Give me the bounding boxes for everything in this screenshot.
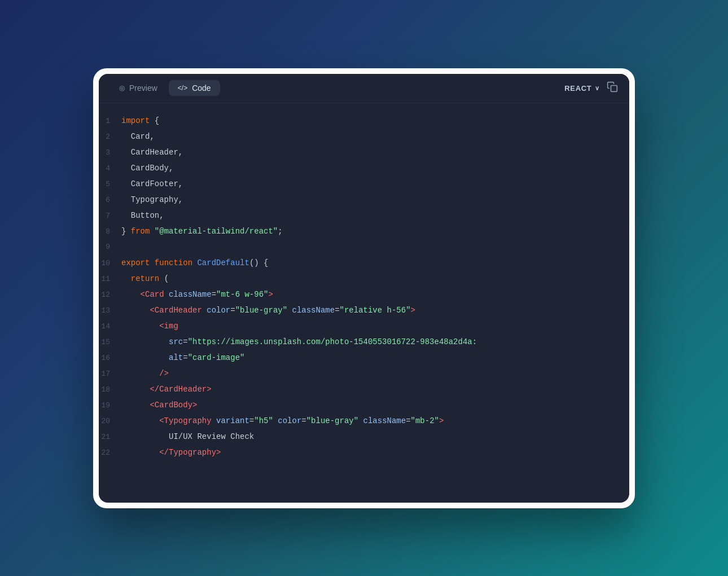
code-line: 6 Typography, — [99, 194, 629, 209]
line-content: CardHeader, — [121, 146, 618, 160]
code-line: 3 CardHeader, — [99, 146, 629, 162]
line-content: <Typography variant="h5" color="blue-gra… — [121, 415, 618, 428]
copy-button[interactable] — [607, 81, 618, 95]
line-number: 20 — [99, 415, 121, 428]
code-line: 21 UI/UX Review Check — [99, 430, 629, 446]
code-line: 7 Button, — [99, 209, 629, 225]
line-number: 15 — [99, 336, 121, 349]
line-content: <img — [121, 320, 618, 333]
line-content: Button, — [121, 209, 618, 223]
toolbar-tabs: ◎ Preview </> Code — [110, 80, 220, 96]
line-number: 17 — [99, 368, 121, 380]
code-line: 10export function CardDefault() { — [99, 257, 629, 272]
code-line: 17 /> — [99, 367, 629, 383]
code-line: 20 <Typography variant="h5" color="blue-… — [99, 415, 629, 430]
line-number: 16 — [99, 352, 121, 364]
code-line: 8} from "@material-tailwind/react"; — [99, 225, 629, 241]
line-number: 8 — [99, 226, 121, 238]
line-number: 4 — [99, 162, 121, 175]
tab-code-button[interactable]: </> Code — [169, 80, 220, 96]
code-line: 11 return ( — [99, 272, 629, 288]
line-number: 1 — [99, 115, 121, 127]
code-line: 12 <Card className="mt-6 w-96"> — [99, 288, 629, 304]
line-content: CardFooter, — [121, 178, 618, 191]
code-icon: </> — [178, 84, 187, 92]
framework-label: REACT — [564, 84, 591, 93]
line-content: Typography, — [121, 194, 618, 207]
line-number: 3 — [99, 147, 121, 159]
line-content: <CardHeader color="blue-gray" className=… — [121, 304, 618, 318]
line-number: 11 — [99, 273, 121, 285]
line-content: src="https://images.unsplash.com/photo-1… — [121, 336, 618, 349]
line-content: </CardHeader> — [121, 383, 618, 397]
line-content: UI/UX Review Check — [121, 430, 618, 444]
line-number: 18 — [99, 384, 121, 396]
outer-card: ◎ Preview </> Code REACT ∨ — [93, 68, 635, 508]
line-content: import { — [121, 115, 618, 128]
line-content: <CardBody> — [121, 399, 618, 412]
line-number: 7 — [99, 210, 121, 222]
tab-code-label: Code — [192, 83, 210, 93]
line-number: 2 — [99, 131, 121, 143]
toolbar: ◎ Preview </> Code REACT ∨ — [99, 74, 629, 103]
line-content: alt="card-image" — [121, 351, 618, 365]
code-line: 5 CardFooter, — [99, 178, 629, 194]
line-number: 10 — [99, 257, 121, 270]
line-content: CardBody, — [121, 162, 618, 175]
code-line: 16 alt="card-image" — [99, 351, 629, 367]
code-line: 15 src="https://images.unsplash.com/phot… — [99, 336, 629, 351]
code-line: 19 <CardBody> — [99, 399, 629, 415]
line-content: /> — [121, 367, 618, 381]
code-line: 1import { — [99, 115, 629, 130]
line-number: 13 — [99, 305, 121, 317]
line-number: 9 — [99, 241, 121, 253]
line-number: 6 — [99, 194, 121, 206]
code-line: 14 <img — [99, 320, 629, 336]
tab-preview-button[interactable]: ◎ Preview — [110, 80, 166, 96]
tab-preview-label: Preview — [129, 83, 157, 93]
chevron-down-icon: ∨ — [595, 85, 600, 92]
copy-icon — [607, 81, 618, 95]
preview-icon: ◎ — [119, 84, 125, 92]
line-content: <Card className="mt-6 w-96"> — [121, 288, 618, 302]
code-line: 22 </Typography> — [99, 446, 629, 462]
code-line: 2 Card, — [99, 130, 629, 146]
line-content: Card, — [121, 130, 618, 144]
code-line: 13 <CardHeader color="blue-gray" classNa… — [99, 304, 629, 320]
line-content: export function CardDefault() { — [121, 257, 618, 270]
line-content: </Typography> — [121, 446, 618, 460]
line-number: 19 — [99, 399, 121, 412]
code-line: 9 — [99, 241, 629, 257]
line-number: 12 — [99, 289, 121, 301]
code-line: 4 CardBody, — [99, 162, 629, 178]
line-number: 14 — [99, 320, 121, 333]
line-content: } from "@material-tailwind/react"; — [121, 225, 618, 239]
framework-dropdown[interactable]: REACT ∨ — [564, 84, 600, 93]
line-content: return ( — [121, 272, 618, 286]
line-number: 22 — [99, 447, 121, 459]
line-number: 21 — [99, 431, 121, 443]
editor-window: ◎ Preview </> Code REACT ∨ — [99, 74, 629, 503]
line-number: 5 — [99, 178, 121, 191]
code-editor: 1import {2 Card,3 CardHeader,4 CardBody,… — [99, 103, 629, 473]
svg-rect-0 — [611, 85, 617, 91]
code-line: 18 </CardHeader> — [99, 383, 629, 399]
toolbar-right: REACT ∨ — [564, 81, 618, 95]
